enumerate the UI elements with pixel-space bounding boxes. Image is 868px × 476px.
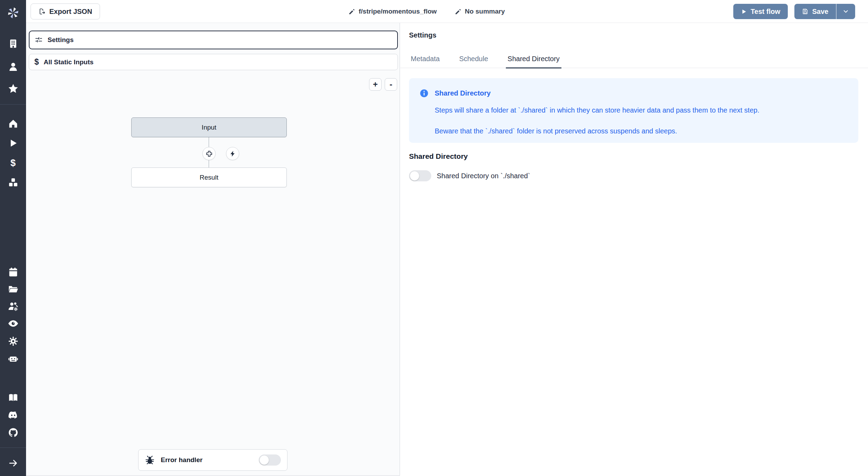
input-node[interactable]: Input (131, 117, 287, 137)
save-button[interactable]: Save (794, 4, 836, 19)
sidebar-item-audit[interactable] (0, 317, 26, 330)
tab-metadata[interactable]: Metadata (409, 55, 441, 68)
tab-schedule[interactable]: Schedule (457, 55, 490, 68)
shared-directory-toggle-label: Shared Directory on `./shared` (437, 172, 530, 180)
sidebar-item-discord[interactable] (0, 408, 26, 422)
shared-directory-toggle[interactable] (409, 170, 431, 181)
bolt-icon (229, 150, 236, 157)
sidebar-item-resources[interactable] (0, 175, 26, 189)
sidebar-item-groups[interactable] (0, 299, 26, 313)
sidebar-item-workers[interactable] (0, 352, 26, 366)
github-icon (8, 427, 18, 438)
pencil-icon (455, 8, 461, 15)
zoom-out-button[interactable]: - (385, 78, 397, 91)
sidebar-item-variables[interactable]: $ (0, 156, 26, 170)
toggle-knob (410, 171, 419, 181)
sidebar-item-user[interactable] (0, 60, 26, 74)
arrow-right-icon (8, 458, 18, 468)
building-icon (8, 38, 18, 49)
discord-icon (8, 410, 18, 420)
topbar-actions: Test flow Save (733, 4, 855, 19)
sidebar-divider (0, 104, 26, 105)
save-label: Save (812, 8, 828, 16)
save-split-button: Save (794, 4, 855, 19)
user-icon (8, 61, 18, 72)
play-icon (741, 9, 747, 15)
zoom-in-button[interactable]: + (369, 78, 382, 91)
home-icon (8, 118, 18, 129)
file-export-icon (39, 8, 45, 15)
tab-shared-directory[interactable]: Shared Directory (506, 55, 561, 68)
flow-canvas[interactable]: Settings $ All Static Inputs + - Input R… (26, 23, 400, 476)
flow-settings-card[interactable]: Settings (29, 31, 398, 49)
flow-summary-edit[interactable]: No summary (455, 8, 505, 15)
dollar-icon: $ (10, 158, 16, 169)
sidebar-item-docs[interactable] (0, 391, 26, 405)
flow-path-edit[interactable]: f/stripe/momentous_flow (349, 8, 437, 15)
info-icon (419, 89, 429, 98)
settings-tabs: Metadata Schedule Shared Directory (400, 55, 868, 68)
topbar: Export JSON f/stripe/momentous_flow No s… (26, 0, 868, 23)
gear-icon (8, 336, 18, 346)
breadcrumb: f/stripe/momentous_flow No summary (349, 0, 505, 23)
zoom-out-glyph: - (390, 80, 392, 89)
all-static-inputs-label: All Static Inputs (44, 58, 94, 66)
panel-title: Settings (409, 31, 436, 39)
sidebar-item-workspace[interactable] (0, 36, 26, 50)
input-node-label: Input (202, 124, 216, 131)
star-icon (8, 83, 19, 94)
test-flow-button[interactable]: Test flow (733, 4, 788, 19)
info-line2: Beware that the `./shared` folder is not… (435, 127, 677, 135)
calendar-icon (8, 267, 18, 277)
sidebar-item-schedules[interactable] (0, 265, 26, 279)
toggle-knob (259, 455, 269, 465)
windmill-logo[interactable] (0, 6, 26, 20)
shared-directory-info-box: Shared Directory Steps will share a fold… (409, 78, 858, 143)
folder-open-icon (8, 284, 18, 294)
plus-icon (206, 150, 213, 157)
save-icon (802, 8, 808, 15)
flow-summary: No summary (465, 8, 505, 15)
sidebar-item-favorites[interactable] (0, 82, 26, 96)
users-gear-icon (8, 301, 19, 312)
result-node[interactable]: Result (131, 167, 287, 187)
sidebar-item-runs[interactable] (0, 136, 26, 150)
sidebar-divider (0, 448, 26, 448)
boxes-icon (8, 177, 18, 188)
result-node-label: Result (200, 174, 218, 181)
sidebar-item-settings[interactable] (0, 334, 26, 348)
flow-path: f/stripe/momentous_flow (359, 8, 437, 15)
sidebar: $ (0, 0, 26, 476)
robot-icon (8, 353, 19, 364)
windmill-logo-icon (6, 6, 20, 20)
pencil-icon (349, 8, 355, 15)
chevron-down-icon (842, 8, 849, 15)
settings-panel: Settings Metadata Schedule Shared Direct… (400, 23, 868, 476)
error-handler-bar[interactable]: Error handler (138, 449, 287, 471)
sliders-icon (35, 36, 43, 44)
sidebar-item-folders[interactable] (0, 282, 26, 296)
sidebar-item-home[interactable] (0, 117, 26, 131)
book-icon (8, 393, 18, 403)
info-line1: Steps will share a folder at `./shared` … (435, 106, 759, 114)
export-json-label: Export JSON (49, 8, 92, 16)
export-json-button[interactable]: Export JSON (31, 3, 100, 19)
error-handler-label: Error handler (161, 456, 202, 464)
error-handler-toggle[interactable] (259, 454, 281, 466)
flow-settings-label: Settings (48, 36, 74, 44)
info-title: Shared Directory (435, 89, 491, 97)
play-icon (8, 138, 18, 148)
shared-directory-section-title: Shared Directory (409, 152, 468, 161)
save-dropdown-button[interactable] (836, 4, 855, 19)
eye-icon (8, 318, 19, 329)
zoom-in-glyph: + (373, 80, 378, 89)
sidebar-item-github[interactable] (0, 426, 26, 440)
all-static-inputs-card[interactable]: $ All Static Inputs (29, 54, 398, 70)
add-trigger-button[interactable] (226, 147, 239, 160)
add-step-button[interactable] (202, 147, 216, 160)
dollar-icon: $ (34, 57, 39, 67)
sidebar-expand-button[interactable] (0, 456, 26, 470)
shared-directory-toggle-row: Shared Directory on `./shared` (409, 170, 530, 181)
bug-icon (145, 455, 155, 465)
test-flow-label: Test flow (751, 8, 780, 16)
